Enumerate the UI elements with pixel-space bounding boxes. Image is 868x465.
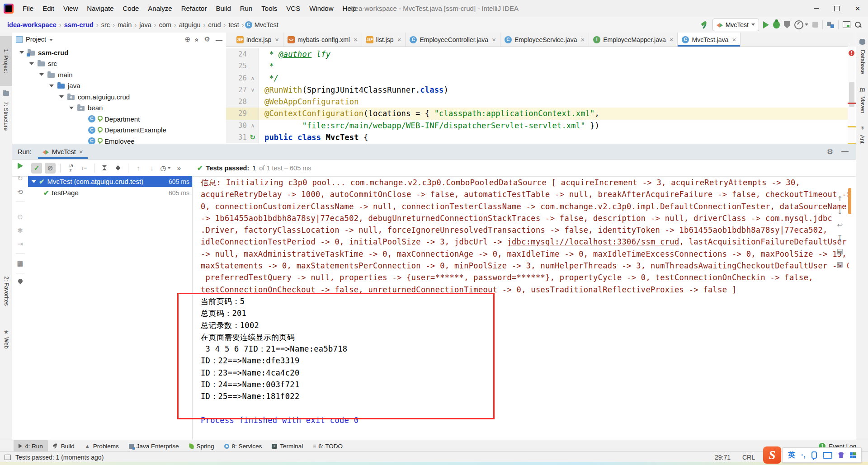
sidebar-item-ant[interactable]: ✳ Ant — [856, 125, 868, 142]
toolwindow-tab-4-run[interactable]: 4: Run — [14, 440, 48, 452]
toolwindow-tab-8-services[interactable]: 8: Services — [219, 440, 267, 452]
expanded-arrow-icon[interactable] — [49, 85, 54, 87]
breadcrumb-item[interactable]: idea-workspace — [5, 20, 58, 29]
ime-punctuation-toggle[interactable]: ·, — [801, 451, 806, 459]
restore-layout-icon[interactable]: ▦ — [17, 259, 23, 268]
project-tree-item-main[interactable]: main — [12, 69, 226, 80]
sogou-logo-icon[interactable]: S — [763, 446, 781, 464]
more-actions-icon[interactable]: » — [174, 163, 184, 174]
minimize-button[interactable] — [806, 0, 826, 17]
search-everywhere-icon[interactable] — [854, 21, 862, 28]
line-separator-indicator[interactable]: CRL — [742, 454, 755, 461]
menu-item-refactor[interactable]: Refactor — [177, 3, 212, 14]
breadcrumb-item[interactable]: atguigu — [177, 20, 203, 29]
project-tree-item-com.atguigu.crud[interactable]: com.atguigu.crud — [12, 91, 226, 103]
project-tree-item-ssm-crud[interactable]: ssm-crud — [12, 47, 226, 58]
close-tab-icon[interactable]: × — [670, 36, 674, 43]
microphone-icon[interactable] — [811, 451, 817, 459]
project-tree-item-DepartmentExample[interactable]: CDepartmentExample — [12, 125, 226, 136]
rerun-tests-icon[interactable] — [18, 163, 23, 169]
expand-all-icon[interactable] — [99, 163, 110, 174]
menu-item-file[interactable]: File — [18, 3, 38, 14]
project-structure-icon[interactable] — [827, 22, 834, 28]
run-anything-icon[interactable] — [843, 21, 850, 28]
close-tab-icon[interactable]: × — [79, 148, 83, 155]
close-tab-icon[interactable]: × — [580, 36, 585, 43]
editor-tab-list.jsp[interactable]: JSPlist.jsp× — [362, 33, 406, 47]
breadcrumb-item[interactable]: com — [157, 20, 173, 29]
expanded-arrow-icon[interactable] — [59, 95, 64, 98]
toolwindow-tab-java-enterprise[interactable]: Java Enterprise — [124, 440, 184, 452]
breadcrumb-item[interactable]: java — [137, 20, 153, 29]
warning-stripe-mark[interactable] — [848, 126, 856, 127]
debug-button[interactable] — [773, 21, 780, 28]
project-view-dropdown-icon[interactable] — [49, 39, 53, 41]
close-tab-icon[interactable]: × — [492, 36, 496, 43]
breadcrumb-item[interactable]: main — [116, 20, 133, 29]
editor-tab-index.jsp[interactable]: JSPindex.jsp× — [232, 33, 283, 47]
skin-icon[interactable] — [838, 452, 844, 458]
test-tree-row-testpage[interactable]: ✔ testPage 605 ms — [28, 187, 192, 198]
breadcrumb-leaf[interactable]: CMvcTest — [245, 21, 278, 28]
ime-menu-grid-icon[interactable] — [850, 452, 856, 458]
menu-item-edit[interactable]: Edit — [38, 3, 59, 14]
expanded-arrow-icon[interactable] — [69, 107, 74, 109]
hide-panel-icon[interactable]: — — [841, 147, 849, 156]
expanded-arrow-icon[interactable] — [19, 51, 24, 54]
sidebar-item-web[interactable]: Web — [0, 340, 12, 346]
profiler-button[interactable] — [794, 20, 803, 29]
run-tab-mvctest[interactable]: MvcTest × — [38, 144, 88, 159]
close-button[interactable]: × — [847, 0, 868, 17]
expanded-arrow-icon[interactable] — [32, 180, 36, 183]
build-hammer-icon[interactable] — [700, 21, 708, 29]
run-button[interactable] — [763, 21, 769, 28]
show-passed-toggle[interactable]: ✓ — [31, 163, 42, 174]
sidebar-item-project[interactable]: 1: Project — [0, 36, 12, 86]
sidebar-item-maven[interactable]: m Maven — [856, 86, 868, 108]
settings-gear-icon[interactable]: ⚙ — [204, 35, 210, 43]
toolwindow-tab-terminal[interactable]: >Terminal — [267, 440, 308, 452]
scroll-to-end-icon[interactable]: ↧ — [837, 234, 843, 242]
toolwindow-tab-spring[interactable]: Spring — [184, 440, 219, 452]
close-tab-icon[interactable]: × — [397, 36, 401, 43]
editor-tab-MvcTest.java[interactable]: CMvcTest.java× — [678, 33, 741, 47]
hide-panel-icon[interactable]: — — [216, 36, 222, 43]
settings-gear-icon[interactable]: ⚙ — [827, 147, 833, 156]
breadcrumb-item[interactable]: test — [226, 20, 241, 29]
scroll-down-icon[interactable]: ↓ — [837, 208, 843, 216]
toolwindow-tab-build[interactable]: Build — [48, 440, 80, 452]
status-message[interactable]: Tests passed: 1 (moments ago) — [15, 454, 104, 461]
caret-position[interactable]: 29:71 — [715, 454, 731, 461]
run-with-coverage-button[interactable] — [784, 21, 790, 28]
toolwindow-toggle-icon[interactable] — [5, 455, 11, 460]
sidebar-item-database[interactable]: Database — [856, 39, 868, 65]
project-tree-item-Department[interactable]: CDepartment — [12, 113, 226, 125]
project-tree-item-bean[interactable]: bean — [12, 103, 226, 114]
pin-tab-icon[interactable] — [17, 278, 23, 284]
menu-item-help[interactable]: Help — [338, 3, 361, 14]
editor-scrollbar[interactable]: ! — [848, 47, 856, 144]
error-indicator-badge[interactable]: ! — [849, 50, 854, 56]
keyboard-icon[interactable] — [823, 452, 832, 459]
breadcrumb-item[interactable]: src — [99, 20, 112, 29]
error-stripe-mark[interactable] — [848, 103, 856, 104]
sidebar-item-structure[interactable]: 7: Structure — [0, 113, 12, 119]
sidebar-item-favorites[interactable]: 2: Favorites — [0, 288, 12, 294]
ime-language-toggle[interactable]: 英 — [788, 451, 795, 460]
sort-alphabetically-icon[interactable]: ↓az — [65, 163, 76, 174]
profiler-dropdown-icon[interactable] — [805, 23, 808, 26]
collapse-all-icon[interactable]: « — [193, 38, 201, 41]
show-ignored-toggle[interactable]: ⊘ — [45, 163, 56, 174]
editor-tab-EmployeeService.java[interactable]: CEmployeeService.java× — [500, 33, 589, 47]
code-editor[interactable]: 24 * @author lfy25 *26∧ */27∨@RunWith(Sp… — [226, 47, 848, 144]
close-tab-icon[interactable]: × — [732, 36, 736, 43]
soft-wrap-icon[interactable]: ↩ — [837, 221, 843, 229]
expanded-arrow-icon[interactable] — [29, 62, 34, 65]
menu-item-analyze[interactable]: Analyze — [143, 3, 176, 14]
test-history-icon[interactable]: ◷ — [160, 163, 171, 174]
project-tree-item-java[interactable]: java — [12, 80, 226, 92]
scroll-up-icon[interactable]: ↑ — [837, 195, 843, 203]
breadcrumb-item[interactable]: crud — [206, 20, 222, 29]
menu-item-code[interactable]: Code — [118, 3, 143, 14]
expanded-arrow-icon[interactable] — [39, 73, 44, 76]
